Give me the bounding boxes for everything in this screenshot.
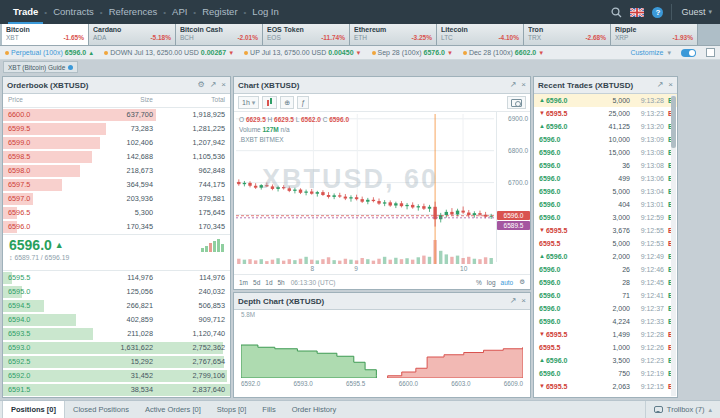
instrument-tab-ada[interactable]: CardanoADA-5.18% xyxy=(89,24,176,45)
range-button-5h[interactable]: 5h xyxy=(278,279,285,286)
nav-item-references[interactable]: References xyxy=(104,0,163,24)
trade-row[interactable]: 6596.07509:12:19B xyxy=(534,367,677,380)
bottom-tab-stops-0[interactable]: Stops [0] xyxy=(209,401,255,418)
ticker-item-2[interactable]: UP Jul 13, 6750.00 USD0.00450▼ xyxy=(244,49,361,56)
nav-item-register[interactable]: Register xyxy=(197,0,242,24)
orderbook-bid-row[interactable]: 6593.5211,0281,120,740 xyxy=(3,327,230,341)
trade-row[interactable]: 6596.0289:12:45B xyxy=(534,276,677,289)
orderbook-ask-row[interactable]: 6598.0218,673962,848 xyxy=(3,164,230,178)
orderbook-bid-row[interactable]: 6595.0125,056240,032 xyxy=(3,285,230,299)
range-button-1d[interactable]: 1d xyxy=(265,279,272,286)
trade-row[interactable]: ▲6596.05,0009:13:28B xyxy=(534,94,677,107)
guide-badge[interactable]: XBT (Bitcoin) Guide xyxy=(3,61,78,73)
orderbook-bid-row[interactable]: 6593.01,631,6222,752,362 xyxy=(3,341,230,355)
nav-item-contracts[interactable]: Contracts xyxy=(48,0,99,24)
depth-chart-canvas[interactable] xyxy=(241,318,523,378)
trade-row[interactable]: 6596.0269:12:46B xyxy=(534,263,677,276)
scrollbar-thumb[interactable] xyxy=(671,96,676,148)
scale-button-[interactable]: % xyxy=(476,279,482,286)
instrument-tab-eos[interactable]: EOS TokenEOS-11.74% xyxy=(263,24,350,45)
layout-toggle[interactable] xyxy=(681,49,696,57)
orderbook-bid-row[interactable]: 6592.031,4522,799,106 xyxy=(3,369,230,383)
nav-item-api[interactable]: API xyxy=(167,0,192,24)
close-icon[interactable]: × xyxy=(521,297,526,305)
price-axis[interactable]: 6900.06800.06700.06600.06596.06589.5 xyxy=(496,112,530,262)
trade-row[interactable]: 6596.05,0009:13:04B xyxy=(534,185,677,198)
instrument-tab-bch[interactable]: Bitcoin CashBCH-2.01% xyxy=(176,24,263,45)
bottom-tab-positions-0[interactable]: Positions [0] xyxy=(2,401,65,418)
screenshot-button[interactable] xyxy=(507,96,526,109)
layout-box-icon[interactable] xyxy=(706,48,715,57)
expand-icon[interactable]: ↗ xyxy=(657,81,664,89)
trade-row[interactable]: 6596.0369:13:08B xyxy=(534,159,677,172)
trade-row[interactable]: ▼6595.51,4999:12:28B xyxy=(534,328,677,341)
orderbook-bid-row[interactable]: 6591.538,5342,837,640 xyxy=(3,383,230,397)
bottom-tab-order-history[interactable]: Order History xyxy=(284,401,345,418)
orderbook-ask-row[interactable]: 6596.55,300175,645 xyxy=(3,206,230,220)
gear-icon[interactable]: ⚙ xyxy=(197,81,204,89)
ticker-item-0[interactable]: Perpetual (100x)6596.0▲ xyxy=(5,49,94,56)
orderbook-bid-row[interactable]: 6594.5266,821506,853 xyxy=(3,299,230,313)
trade-row[interactable]: ▼6595.53,6769:12:55B xyxy=(534,224,677,237)
orderbook-ask-row[interactable]: 6596.0170,345170,345 xyxy=(3,220,230,234)
trade-row[interactable]: ▼6595.52,0639:12:15B xyxy=(534,380,677,393)
trade-row[interactable]: 6595.51,0009:12:26B xyxy=(534,341,677,354)
trade-row[interactable]: ▼6595.525,0009:13:23B xyxy=(534,107,677,120)
bottom-tab-closed-positions[interactable]: Closed Positions xyxy=(65,401,137,418)
close-icon[interactable]: × xyxy=(221,81,226,89)
ticker-item-3[interactable]: Sep 28 (100x)6576.0▼ xyxy=(372,49,453,56)
customize-menu[interactable]: Customize ▾ xyxy=(630,49,671,57)
range-button-1m[interactable]: 1m xyxy=(239,279,248,286)
instrument-tab-xbt[interactable]: BitcoinXBT-1.65% xyxy=(2,24,89,45)
trade-row[interactable]: 6596.0719:12:41B xyxy=(534,289,677,302)
guest-menu[interactable]: Guest ▾ xyxy=(671,4,712,20)
instrument-tab-xrp[interactable]: RippleXRP-1.93% xyxy=(611,24,698,45)
trade-row[interactable]: 6596.04999:13:06B xyxy=(534,172,677,185)
orderbook-ask-row[interactable]: 6600.0637,7001,918,925 xyxy=(3,108,230,122)
range-button-5d[interactable]: 5d xyxy=(253,279,260,286)
trade-row[interactable]: ▲6596.041,1259:13:20B xyxy=(534,120,677,133)
orderbook-bid-row[interactable]: 6594.0402,859909,712 xyxy=(3,313,230,327)
orderbook-ask-row[interactable]: 6599.0102,4061,207,942 xyxy=(3,136,230,150)
orderbook-ask-row[interactable]: 6598.5142,6881,105,536 xyxy=(3,150,230,164)
instrument-tab-trx[interactable]: TronTRX-2.68% xyxy=(524,24,611,45)
bottom-tab-active-orders-0[interactable]: Active Orders [0] xyxy=(137,401,209,418)
expand-icon[interactable]: ↗ xyxy=(210,81,217,89)
orderbook-ask-row[interactable]: 6597.0203,936379,581 xyxy=(3,192,230,206)
trade-row[interactable]: 6595.55,0009:12:53B xyxy=(534,237,677,250)
trades-scrollbar[interactable] xyxy=(671,95,676,396)
chart-settings-icon[interactable]: ⚙ xyxy=(519,279,525,286)
ticker-item-1[interactable]: DOWN Jul 13, 6250.00 USD0.00267▼ xyxy=(104,49,234,56)
trade-row[interactable]: ▲6596.03,5009:12:23B xyxy=(534,354,677,367)
ticker-item-4[interactable]: Dec 28 (100x)6602.0▼ xyxy=(463,49,544,56)
chart-style-button[interactable] xyxy=(262,96,277,109)
trade-row[interactable]: 6596.010,0009:13:09B xyxy=(534,133,677,146)
trollbox-button[interactable]: Trollbox (7) ▴ xyxy=(645,401,720,418)
close-icon[interactable]: × xyxy=(521,81,526,89)
nav-item-log-in[interactable]: Log In xyxy=(247,0,283,24)
expand-icon[interactable]: ↗ xyxy=(510,297,517,305)
close-icon[interactable]: × xyxy=(668,81,673,89)
interval-select[interactable]: 1h ▾ xyxy=(238,96,259,109)
bottom-tab-fills[interactable]: Fills xyxy=(254,401,283,418)
trade-row[interactable]: 6596.04049:13:01B xyxy=(534,198,677,211)
scale-button-auto[interactable]: auto xyxy=(501,279,514,286)
orderbook-bid-row[interactable]: 6595.5114,976114,976 xyxy=(3,271,230,285)
orderbook-ask-row[interactable]: 6599.573,2831,281,225 xyxy=(3,122,230,136)
instrument-tab-ltc[interactable]: LitecoinLTC-4.10% xyxy=(437,24,524,45)
compare-button[interactable]: ⊕ xyxy=(280,96,294,109)
trade-row[interactable]: 6596.02,0009:12:37B xyxy=(534,302,677,315)
expand-icon[interactable]: ↗ xyxy=(510,81,517,89)
indicators-button[interactable]: ƒ xyxy=(297,96,309,109)
trade-row[interactable]: 6596.03,0009:12:59B xyxy=(534,211,677,224)
language-flag-icon[interactable] xyxy=(630,8,644,17)
help-icon[interactable]: ? xyxy=(652,7,663,18)
instrument-tab-eth[interactable]: EthereumETH-3.25% xyxy=(350,24,437,45)
time-axis[interactable]: 8910 xyxy=(236,264,494,274)
trade-row[interactable]: ▲6596.02,0009:12:49B xyxy=(534,250,677,263)
trade-row[interactable]: 6596.04,2249:12:33B xyxy=(534,315,677,328)
nav-item-trade[interactable]: Trade xyxy=(8,0,43,24)
orderbook-ask-row[interactable]: 6597.5364,594744,175 xyxy=(3,178,230,192)
scale-button-log[interactable]: log xyxy=(487,279,496,286)
search-icon[interactable] xyxy=(611,7,622,18)
